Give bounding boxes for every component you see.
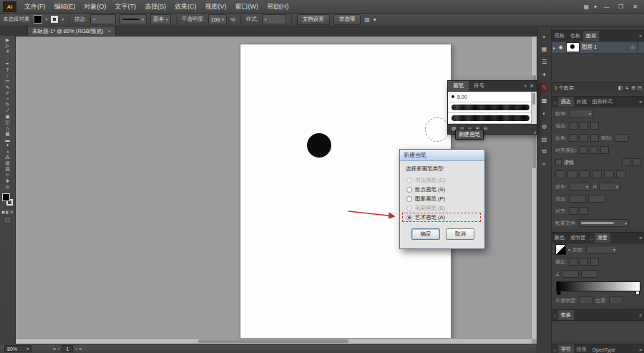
start-arrowhead-dropdown[interactable]: ▾ xyxy=(569,183,590,190)
gap-field[interactable] xyxy=(592,170,602,178)
paintbrush-tool[interactable]: ✎ xyxy=(1,84,15,90)
scrollbar-thumb[interactable] xyxy=(198,339,348,343)
menu-item[interactable]: 窗口(W) xyxy=(231,1,263,13)
zoom-tool[interactable]: ◎ xyxy=(1,184,15,190)
gap-field[interactable] xyxy=(567,170,577,178)
tab-swatches[interactable]: 色板 xyxy=(567,31,583,41)
panel-menu-icon[interactable]: ≡ xyxy=(639,313,644,318)
tab-character[interactable]: 字符 xyxy=(558,344,574,353)
align-arrow-end-button[interactable] xyxy=(580,207,588,215)
artboard-number-field[interactable]: 1 xyxy=(62,345,73,352)
align-center-button[interactable] xyxy=(579,146,587,154)
tab-color[interactable]: 颜色 xyxy=(552,233,567,243)
gradient-tool[interactable]: ▬ xyxy=(1,137,15,142)
collapse-panel-icon[interactable]: ◇ xyxy=(552,313,558,318)
brush-type-option[interactable]: 图案画笔 (P) xyxy=(400,194,484,203)
menu-item[interactable]: 对象(O) xyxy=(80,1,111,13)
tab-transparency[interactable]: 透明度 xyxy=(567,233,588,243)
workspace-menu-icon[interactable]: ▾ xyxy=(594,4,597,10)
end-arrowhead-dropdown[interactable]: ▾ xyxy=(599,183,620,190)
brush-type-option[interactable]: 书法画笔 (C) xyxy=(400,175,484,185)
fill-stroke-swatches[interactable] xyxy=(1,193,15,208)
dash-field[interactable] xyxy=(555,170,565,178)
color-panel-icon[interactable]: ◒ xyxy=(539,30,550,42)
horizontal-scrollbar[interactable] xyxy=(16,338,532,344)
brush-list-item[interactable] xyxy=(448,102,537,113)
gap-field[interactable] xyxy=(616,170,626,178)
layer-thumbnail[interactable] xyxy=(566,42,580,52)
close-tab-icon[interactable]: ✕ xyxy=(107,29,111,34)
layer-visibility-icon[interactable]: ◉ xyxy=(557,44,564,50)
align-arrow-tip-button[interactable] xyxy=(569,207,577,215)
style-dropdown[interactable]: ▾ xyxy=(262,14,286,24)
type-tool[interactable]: T xyxy=(1,67,15,72)
layer-name[interactable]: 图层 1 xyxy=(582,44,597,51)
radio-button[interactable] xyxy=(406,205,412,211)
align-outside-button[interactable] xyxy=(600,146,609,154)
swap-arrowheads-icon[interactable]: ⇄ xyxy=(592,184,597,190)
align-panel-icon[interactable]: ▥ xyxy=(364,16,370,23)
opacity-input[interactable]: 100▾ xyxy=(208,14,227,24)
stroke-color-swatch[interactable] xyxy=(51,16,58,23)
menu-item[interactable]: 选择(S) xyxy=(140,1,170,13)
pen-tool[interactable]: ✒ xyxy=(1,61,15,67)
gradient-mode-icon[interactable]: ◧ xyxy=(6,210,9,214)
none-mode-icon[interactable]: ⊘ xyxy=(10,210,14,214)
cancel-button[interactable]: 取消 xyxy=(446,228,474,240)
menu-item[interactable]: 帮助(H) xyxy=(263,1,293,13)
tab-opentype[interactable]: OpenType xyxy=(590,344,618,353)
shape-builder-tool[interactable]: ◱ xyxy=(1,120,15,125)
align-dash-button[interactable] xyxy=(633,158,641,166)
collapse-panel-icon[interactable]: ◇ xyxy=(588,236,595,241)
gradient-swatch[interactable] xyxy=(555,244,566,255)
eyedropper-tool[interactable]: ✦ xyxy=(1,142,15,148)
menu-item[interactable]: 视图(V) xyxy=(201,1,231,13)
align-inside-button[interactable] xyxy=(590,146,598,154)
layer-selection-column[interactable] xyxy=(637,42,643,53)
direct-selection-tool[interactable]: ▷ xyxy=(1,43,15,49)
dash-field[interactable] xyxy=(580,170,590,178)
stop-opacity-field[interactable] xyxy=(579,296,593,304)
bevel-join-button[interactable] xyxy=(590,134,599,142)
menu-item[interactable]: 文字(T) xyxy=(111,1,141,13)
hand-tool[interactable]: ❖ xyxy=(1,178,15,184)
dialog-title-bar[interactable]: 新建画笔 xyxy=(400,150,484,161)
delete-brush-icon[interactable]: ⊟ xyxy=(483,126,487,132)
butt-cap-button[interactable] xyxy=(569,122,577,130)
radio-button[interactable] xyxy=(406,187,412,193)
menu-item[interactable]: 效果(C) xyxy=(170,1,201,13)
zoom-level-dropdown[interactable]: 80% ▾ xyxy=(4,345,31,352)
document-setup-button[interactable]: 文档设置 xyxy=(297,14,330,25)
radio-button[interactable] xyxy=(406,178,412,183)
width-tool[interactable]: ≈ xyxy=(1,96,15,102)
symbol-sprayer-tool[interactable]: ⁂ xyxy=(1,155,15,160)
collapse-panel-icon[interactable]: ◇ xyxy=(552,347,558,352)
links-panel-icon[interactable]: ⧉ xyxy=(539,146,550,158)
next-artboard-button[interactable]: › xyxy=(75,347,77,352)
stroke-weight-field[interactable]: ▾ xyxy=(569,110,593,117)
more-options-icon[interactable]: ▾ xyxy=(374,16,376,23)
menu-item[interactable]: 文件(F) xyxy=(20,1,50,13)
miter-limit-field[interactable] xyxy=(615,134,629,142)
free-transform-tool[interactable]: ▣ xyxy=(1,113,15,119)
stop-position-field[interactable] xyxy=(609,296,623,304)
panel-menu-icon[interactable]: ≡ xyxy=(639,34,644,39)
document-tab[interactable]: 未标题-1* @ 80% (RGB/预览) ✕ xyxy=(27,26,116,36)
radio-button[interactable] xyxy=(406,196,412,202)
brush-list-item[interactable]: 5.00 xyxy=(448,92,537,102)
new-layer-icon[interactable]: ⊞ xyxy=(631,85,635,91)
fill-color-swatch[interactable] xyxy=(34,15,42,24)
dropdown-caret-icon[interactable]: ▾ xyxy=(62,17,64,21)
panel-menu-icon[interactable]: ≡ xyxy=(639,100,644,105)
projecting-cap-button[interactable] xyxy=(590,122,599,130)
delete-layer-icon[interactable]: ⊟ xyxy=(638,85,642,91)
stroke-weight-input[interactable]: ▾ xyxy=(90,14,116,24)
radio-button[interactable] xyxy=(406,215,412,221)
gradient-type-dropdown[interactable]: ▾ xyxy=(586,246,618,253)
width-profile-dropdown[interactable]: ▾ xyxy=(579,219,629,227)
brush-type-option[interactable]: 毛刷画笔 (B) xyxy=(400,203,484,213)
tab-artboards[interactable]: 画板 xyxy=(552,31,567,41)
minimize-button[interactable]: — xyxy=(602,4,611,10)
stroke-panel-icon[interactable]: ☰ xyxy=(539,56,550,67)
artboard-tool[interactable]: ▤ xyxy=(1,166,15,172)
